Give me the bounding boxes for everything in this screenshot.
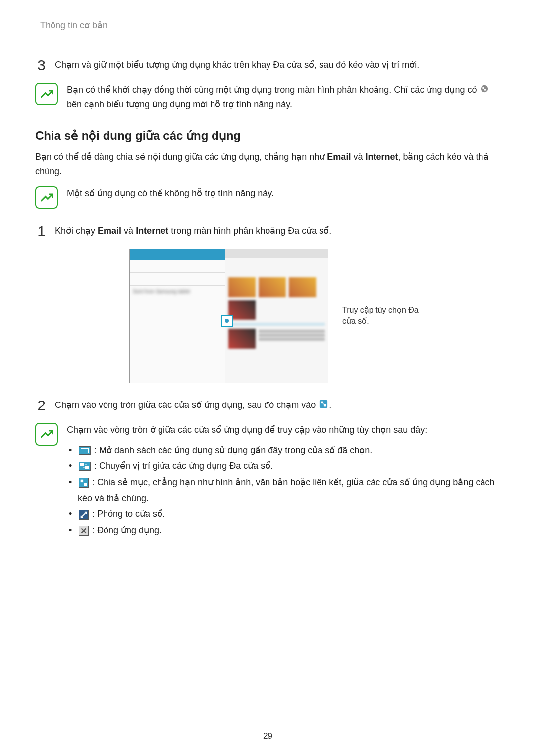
screenshot-illustration: Sent from Samsung tablet bbox=[129, 249, 500, 383]
note-1-part2: bên cạnh biểu tượng ứng dụng mới hỗ trợ … bbox=[67, 100, 292, 109]
step1-pre: Khởi chạy bbox=[55, 226, 95, 236]
intro-bold2: Internet bbox=[365, 152, 398, 162]
step-2-number: 2 bbox=[35, 398, 48, 413]
note-2-text: Một số ứng dụng có thể không hỗ trợ tính… bbox=[67, 186, 500, 209]
svg-rect-2 bbox=[484, 89, 486, 91]
intro-part1: Bạn có thể dễ dàng chia sẻ nội dung giữa… bbox=[35, 152, 324, 162]
svg-rect-1 bbox=[483, 87, 485, 89]
note-3-text: Chạm vào vòng tròn ở giữa các cửa sổ ứng… bbox=[67, 423, 500, 538]
intro-bold1: Email bbox=[327, 152, 351, 162]
section-heading: Chia sẻ nội dung giữa các ứng dụng bbox=[35, 129, 500, 143]
step1-bold2: Internet bbox=[136, 226, 168, 236]
bullet-0: : Mở danh sách các ứng dụng sử dụng gần … bbox=[94, 445, 372, 455]
bullet-1: : Chuyển vị trí giữa các ứng dụng Đa cửa… bbox=[94, 461, 273, 471]
bullet-3: : Phóng to cửa sổ. bbox=[92, 509, 165, 519]
note-2: Một số ứng dụng có thể không hỗ trợ tính… bbox=[35, 186, 500, 209]
note-1-text: Bạn có thể khởi chạy đồng thời cùng một … bbox=[67, 83, 500, 111]
page-number: 29 bbox=[0, 731, 535, 741]
step-3-text: Chạm và giữ một biểu tượng ứng dụng khác… bbox=[55, 58, 500, 73]
step1-bold1: Email bbox=[98, 226, 121, 236]
svg-rect-6 bbox=[80, 463, 84, 466]
step-3-number: 3 bbox=[35, 58, 48, 73]
callout: Truy cập tùy chọn Đa cửa sổ. bbox=[327, 305, 422, 327]
drag-content-icon bbox=[319, 399, 328, 413]
svg-rect-9 bbox=[84, 483, 87, 486]
multiwindow-support-icon bbox=[480, 83, 489, 98]
step-2: 2 Chạm vào vòng tròn giữa các cửa sổ ứng… bbox=[35, 398, 500, 413]
step-1: 1 Khởi chạy Email và Internet trong màn … bbox=[35, 224, 500, 239]
intro-mid1: và bbox=[353, 152, 363, 162]
intro-paragraph: Bạn có thể dễ dàng chia sẻ nội dung giữa… bbox=[35, 150, 500, 179]
step-1-text: Khởi chạy Email và Internet trong màn hì… bbox=[55, 224, 500, 239]
note-icon bbox=[35, 186, 58, 209]
email-pane: Sent from Samsung tablet bbox=[130, 249, 225, 383]
bullet-4: : Đóng ứng dụng. bbox=[92, 525, 161, 535]
recent-apps-icon bbox=[79, 446, 91, 455]
list-item: : Đóng ứng dụng. bbox=[67, 522, 500, 538]
list-item: : Chuyển vị trí giữa các ứng dụng Đa cửa… bbox=[67, 458, 500, 474]
note-3-intro: Chạm vào vòng tròn ở giữa các cửa sổ ứng… bbox=[67, 423, 500, 437]
bullet-2: : Chia sẻ mục, chẳng hạn như hình ảnh, v… bbox=[78, 477, 494, 503]
page-header: Thông tin cơ bản bbox=[40, 20, 500, 31]
step-2-text: Chạm vào vòng tròn giữa các cửa sổ ứng d… bbox=[55, 398, 500, 413]
options-list: : Mở danh sách các ứng dụng sử dụng gần … bbox=[67, 442, 500, 538]
internet-pane bbox=[225, 249, 328, 383]
list-item: : Phóng to cửa sổ. bbox=[67, 506, 500, 522]
step1-post: trong màn hình phân khoảng Đa cửa sổ. bbox=[171, 226, 331, 236]
svg-rect-8 bbox=[81, 480, 83, 482]
step-1-number: 1 bbox=[35, 224, 48, 239]
list-item: : Mở danh sách các ứng dụng sử dụng gần … bbox=[67, 442, 500, 458]
split-screen-mock: Sent from Samsung tablet bbox=[129, 249, 328, 383]
maximize-window-icon bbox=[79, 510, 89, 520]
list-item: : Chia sẻ mục, chẳng hạn như hình ảnh, v… bbox=[67, 474, 500, 506]
close-app-icon bbox=[79, 526, 89, 536]
drag-content-icon bbox=[79, 478, 89, 488]
note-icon bbox=[35, 83, 58, 105]
note-1: Bạn có thể khởi chạy đồng thời cùng một … bbox=[35, 83, 500, 111]
svg-rect-7 bbox=[85, 466, 89, 469]
swap-windows-icon bbox=[79, 462, 91, 471]
step1-mid: và bbox=[124, 226, 133, 236]
callout-label: Truy cập tùy chọn Đa cửa sổ. bbox=[342, 305, 422, 327]
svg-rect-5 bbox=[324, 404, 326, 407]
svg-rect-4 bbox=[321, 401, 323, 403]
step-3: 3 Chạm và giữ một biểu tượng ứng dụng kh… bbox=[35, 58, 500, 73]
step2-text: Chạm vào vòng tròn giữa các cửa sổ ứng d… bbox=[55, 400, 316, 410]
note-icon bbox=[35, 423, 58, 446]
note-3: Chạm vào vòng tròn ở giữa các cửa sổ ứng… bbox=[35, 423, 500, 538]
note-1-part1: Bạn có thể khởi chạy đồng thời cùng một … bbox=[67, 85, 477, 95]
multiwindow-handle bbox=[221, 315, 233, 327]
